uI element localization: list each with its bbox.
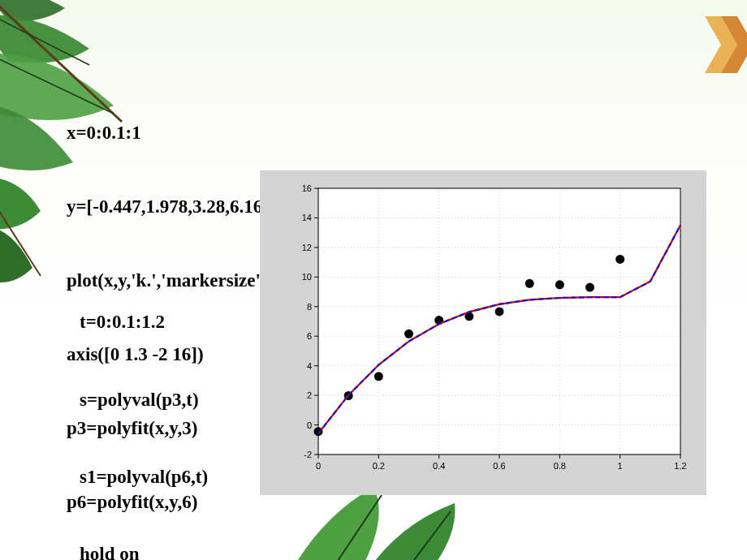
svg-text:0.2: 0.2 (373, 461, 385, 471)
svg-point-66 (555, 280, 564, 289)
page-arrow-icon (705, 16, 747, 73)
svg-text:12: 12 (302, 243, 312, 252)
slide: x=0:0.1:1 y=[-0.447,1.978,3.28,6.16,7.08… (0, 0, 747, 560)
svg-text:8: 8 (307, 302, 312, 312)
svg-text:16: 16 (302, 183, 312, 193)
chart-panel: 00.20.40.60.811.2-20246810121416 (260, 170, 706, 495)
svg-point-67 (585, 283, 594, 292)
svg-text:10: 10 (302, 272, 312, 282)
svg-point-64 (495, 307, 504, 316)
code-line: s=polyval(p3,t) (80, 387, 232, 413)
svg-text:0.6: 0.6 (493, 461, 505, 471)
polyfit-chart: 00.20.40.60.811.2-20246810121416 (284, 179, 690, 479)
code-line: hold on (80, 541, 232, 560)
svg-text:6: 6 (307, 331, 312, 341)
code-line: x=0:0.1:1 (67, 121, 520, 145)
svg-text:4: 4 (307, 361, 312, 371)
svg-text:0.8: 0.8 (554, 461, 566, 471)
svg-text:0: 0 (307, 420, 312, 430)
leaf-decoration-left-mid-icon (0, 170, 49, 300)
svg-text:2: 2 (307, 390, 312, 400)
svg-text:0: 0 (316, 461, 321, 471)
chart-axes: 00.20.40.60.811.2-20246810121416 (284, 179, 690, 479)
code-block-2: t=0:0.1:1.2 s=polyval(p3,t) s1=polyval(p… (80, 258, 232, 560)
svg-text:1: 1 (618, 461, 623, 471)
svg-text:-2: -2 (304, 450, 312, 459)
svg-text:1.2: 1.2 (674, 461, 686, 471)
svg-text:0.4: 0.4 (433, 461, 445, 471)
svg-line-1 (0, 8, 89, 65)
svg-point-65 (525, 279, 534, 288)
code-line: s1=polyval(p6,t) (80, 464, 232, 490)
svg-line-3 (0, 174, 41, 276)
svg-text:14: 14 (302, 213, 312, 222)
svg-point-61 (404, 330, 413, 338)
code-line: t=0:0.1:1.2 (80, 309, 232, 335)
svg-point-68 (615, 255, 624, 264)
svg-point-60 (374, 372, 383, 381)
